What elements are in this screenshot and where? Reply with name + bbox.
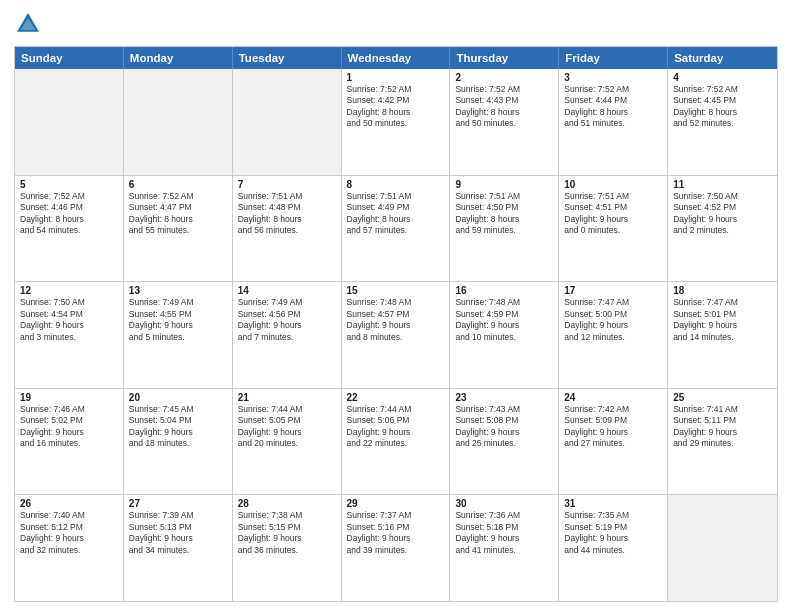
cell-line: Sunset: 4:51 PM	[564, 202, 662, 213]
cell-line: Daylight: 8 hours	[347, 214, 445, 225]
cell-line: Sunrise: 7:51 AM	[564, 191, 662, 202]
cell-line: Sunrise: 7:52 AM	[347, 84, 445, 95]
day-number: 14	[238, 285, 336, 296]
cell-line: Sunset: 5:05 PM	[238, 415, 336, 426]
cell-line: and 54 minutes.	[20, 225, 118, 236]
calendar-cell: 16Sunrise: 7:48 AMSunset: 4:59 PMDayligh…	[450, 282, 559, 388]
cell-line: Daylight: 9 hours	[129, 320, 227, 331]
calendar-cell: 3Sunrise: 7:52 AMSunset: 4:44 PMDaylight…	[559, 69, 668, 175]
cell-line: and 18 minutes.	[129, 438, 227, 449]
cell-line: Daylight: 9 hours	[673, 320, 772, 331]
cell-line: and 56 minutes.	[238, 225, 336, 236]
cell-line: Sunset: 4:48 PM	[238, 202, 336, 213]
cell-line: Sunset: 5:18 PM	[455, 522, 553, 533]
cell-line: and 55 minutes.	[129, 225, 227, 236]
calendar-cell: 27Sunrise: 7:39 AMSunset: 5:13 PMDayligh…	[124, 495, 233, 601]
cell-line: Daylight: 9 hours	[347, 533, 445, 544]
calendar-cell: 23Sunrise: 7:43 AMSunset: 5:08 PMDayligh…	[450, 389, 559, 495]
cell-line: Daylight: 8 hours	[564, 107, 662, 118]
cell-line: Daylight: 9 hours	[455, 533, 553, 544]
day-number: 10	[564, 179, 662, 190]
day-number: 22	[347, 392, 445, 403]
cell-line: Daylight: 9 hours	[564, 533, 662, 544]
cell-line: Sunrise: 7:36 AM	[455, 510, 553, 521]
cell-line: Daylight: 9 hours	[673, 214, 772, 225]
cell-line: and 57 minutes.	[347, 225, 445, 236]
cell-line: Sunset: 4:45 PM	[673, 95, 772, 106]
day-number: 16	[455, 285, 553, 296]
calendar-cell: 26Sunrise: 7:40 AMSunset: 5:12 PMDayligh…	[15, 495, 124, 601]
cell-line: Sunset: 5:15 PM	[238, 522, 336, 533]
cell-line: Sunset: 5:02 PM	[20, 415, 118, 426]
cell-line: Sunset: 5:19 PM	[564, 522, 662, 533]
cell-line: Sunrise: 7:51 AM	[238, 191, 336, 202]
cell-line: Sunrise: 7:43 AM	[455, 404, 553, 415]
calendar-cell: 9Sunrise: 7:51 AMSunset: 4:50 PMDaylight…	[450, 176, 559, 282]
day-number: 19	[20, 392, 118, 403]
cell-line: Sunset: 5:08 PM	[455, 415, 553, 426]
day-number: 30	[455, 498, 553, 509]
cell-line: Daylight: 9 hours	[20, 533, 118, 544]
day-number: 5	[20, 179, 118, 190]
cell-line: Sunset: 4:49 PM	[347, 202, 445, 213]
cell-line: Daylight: 9 hours	[347, 427, 445, 438]
calendar-cell: 12Sunrise: 7:50 AMSunset: 4:54 PMDayligh…	[15, 282, 124, 388]
cell-line: and 27 minutes.	[564, 438, 662, 449]
cell-line: and 44 minutes.	[564, 545, 662, 556]
day-number: 2	[455, 72, 553, 83]
calendar-cell	[124, 69, 233, 175]
day-number: 15	[347, 285, 445, 296]
day-number: 13	[129, 285, 227, 296]
day-number: 7	[238, 179, 336, 190]
calendar-cell: 6Sunrise: 7:52 AMSunset: 4:47 PMDaylight…	[124, 176, 233, 282]
cell-line: Sunrise: 7:49 AM	[238, 297, 336, 308]
day-number: 27	[129, 498, 227, 509]
cell-line: Sunrise: 7:44 AM	[347, 404, 445, 415]
cell-line: Daylight: 8 hours	[455, 214, 553, 225]
calendar-cell: 2Sunrise: 7:52 AMSunset: 4:43 PMDaylight…	[450, 69, 559, 175]
calendar-cell: 15Sunrise: 7:48 AMSunset: 4:57 PMDayligh…	[342, 282, 451, 388]
cell-line: Sunrise: 7:35 AM	[564, 510, 662, 521]
calendar-cell: 11Sunrise: 7:50 AMSunset: 4:52 PMDayligh…	[668, 176, 777, 282]
calendar-cell: 28Sunrise: 7:38 AMSunset: 5:15 PMDayligh…	[233, 495, 342, 601]
calendar-cell: 14Sunrise: 7:49 AMSunset: 4:56 PMDayligh…	[233, 282, 342, 388]
cell-line: Daylight: 9 hours	[129, 427, 227, 438]
calendar-cell: 10Sunrise: 7:51 AMSunset: 4:51 PMDayligh…	[559, 176, 668, 282]
cell-line: Sunrise: 7:46 AM	[20, 404, 118, 415]
calendar-cell: 13Sunrise: 7:49 AMSunset: 4:55 PMDayligh…	[124, 282, 233, 388]
day-number: 6	[129, 179, 227, 190]
calendar-week-1: 1Sunrise: 7:52 AMSunset: 4:42 PMDaylight…	[15, 69, 777, 176]
calendar-cell: 8Sunrise: 7:51 AMSunset: 4:49 PMDaylight…	[342, 176, 451, 282]
cell-line: and 36 minutes.	[238, 545, 336, 556]
logo-icon	[14, 10, 42, 38]
cell-line: Daylight: 9 hours	[20, 320, 118, 331]
cell-line: Daylight: 9 hours	[455, 320, 553, 331]
cell-line: Sunset: 4:43 PM	[455, 95, 553, 106]
day-number: 3	[564, 72, 662, 83]
day-number: 29	[347, 498, 445, 509]
cell-line: Daylight: 8 hours	[455, 107, 553, 118]
day-number: 1	[347, 72, 445, 83]
cell-line: and 12 minutes.	[564, 332, 662, 343]
day-number: 23	[455, 392, 553, 403]
calendar: SundayMondayTuesdayWednesdayThursdayFrid…	[14, 46, 778, 602]
cell-line: Sunrise: 7:37 AM	[347, 510, 445, 521]
cell-line: Sunset: 4:42 PM	[347, 95, 445, 106]
calendar-cell	[668, 495, 777, 601]
calendar-cell: 31Sunrise: 7:35 AMSunset: 5:19 PMDayligh…	[559, 495, 668, 601]
header	[14, 10, 778, 38]
cell-line: Sunset: 5:04 PM	[129, 415, 227, 426]
calendar-cell: 4Sunrise: 7:52 AMSunset: 4:45 PMDaylight…	[668, 69, 777, 175]
cell-line: Sunrise: 7:38 AM	[238, 510, 336, 521]
calendar-cell: 21Sunrise: 7:44 AMSunset: 5:05 PMDayligh…	[233, 389, 342, 495]
header-cell-friday: Friday	[559, 47, 668, 69]
header-cell-tuesday: Tuesday	[233, 47, 342, 69]
calendar-cell: 17Sunrise: 7:47 AMSunset: 5:00 PMDayligh…	[559, 282, 668, 388]
cell-line: Daylight: 8 hours	[129, 214, 227, 225]
cell-line: Sunrise: 7:52 AM	[129, 191, 227, 202]
cell-line: and 14 minutes.	[673, 332, 772, 343]
calendar-body: 1Sunrise: 7:52 AMSunset: 4:42 PMDaylight…	[15, 69, 777, 601]
cell-line: Sunset: 4:55 PM	[129, 309, 227, 320]
cell-line: Sunrise: 7:42 AM	[564, 404, 662, 415]
calendar-cell: 7Sunrise: 7:51 AMSunset: 4:48 PMDaylight…	[233, 176, 342, 282]
